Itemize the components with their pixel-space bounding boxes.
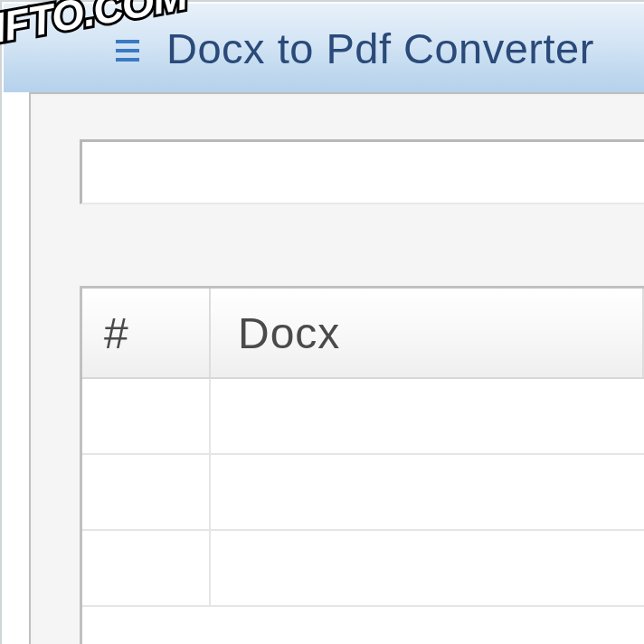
window-frame: Docx to Pdf Converter # Docx [0, 0, 644, 644]
file-table: # Docx [80, 286, 644, 644]
cell-number [82, 455, 211, 529]
cell-number [82, 531, 211, 605]
cell-docx [211, 455, 644, 529]
cell-docx [211, 531, 644, 605]
cell-docx [211, 379, 644, 453]
file-path-input[interactable] [80, 139, 644, 204]
svg-rect-1 [116, 49, 139, 52]
column-header-docx[interactable]: Docx [211, 289, 644, 377]
content-inner: # Docx [33, 96, 644, 644]
svg-rect-2 [116, 58, 139, 62]
column-header-number[interactable]: # [82, 289, 211, 377]
app-icon [112, 34, 148, 71]
content-area: # Docx [29, 92, 644, 644]
svg-rect-0 [116, 40, 139, 43]
table-row[interactable] [82, 379, 644, 455]
cell-number [82, 379, 211, 453]
table-header: # Docx [82, 289, 644, 379]
window-title: Docx to Pdf Converter [166, 24, 594, 73]
table-row[interactable] [82, 455, 644, 531]
table-row[interactable] [82, 531, 644, 607]
